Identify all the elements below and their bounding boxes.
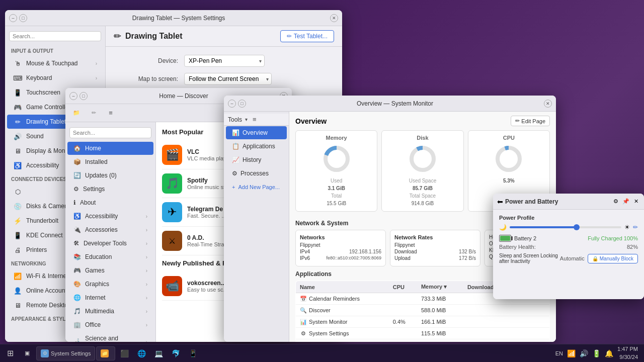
discover-nav-developer[interactable]: 🛠 Developer Tools ›: [67, 237, 153, 250]
discover-search-area: [65, 124, 155, 141]
power-pin-btn[interactable]: 📌: [622, 198, 630, 206]
discover-nav-accessibility[interactable]: ♿ Accessibility ›: [67, 210, 153, 223]
power-edit-icon[interactable]: ✏: [633, 224, 638, 231]
table-row[interactable]: 📱KDE Connect 36.1 MiB 68.0 B/s 68.0 B/s: [296, 339, 550, 342]
map-screen-select[interactable]: Follow the Current Screen: [184, 73, 272, 85]
settings-search-area: [5, 28, 105, 44]
education-icon: 📚: [73, 253, 81, 260]
toolbar-menu-btn[interactable]: ≡: [104, 107, 118, 119]
sysmon-maximize-btn[interactable]: □: [238, 100, 246, 108]
online-accounts-icon: 👤: [13, 286, 22, 295]
battery-label: Battery 2: [514, 235, 536, 241]
sidebar-item-mouse[interactable]: 🖱 Mouse & Touchpad ›: [7, 56, 103, 70]
table-row[interactable]: ⚙System Settings 115.5 MiB: [296, 328, 550, 339]
office-icon: 🏢: [73, 321, 81, 328]
battery-indicator[interactable]: 🔋: [592, 349, 601, 357]
volume-indicator[interactable]: 🔊: [580, 349, 588, 357]
sysmon-minimize-btn[interactable]: –: [228, 100, 236, 108]
sysmon-nav-processes[interactable]: ⚙ Processes: [226, 167, 287, 180]
discover-nav-about[interactable]: ℹ About: [67, 196, 153, 209]
settings-search-input[interactable]: [9, 31, 101, 41]
power-title: Power and Battery: [505, 198, 558, 205]
app-icon: 📅: [300, 295, 307, 302]
discover-nav-installed[interactable]: 📦 Installed: [67, 155, 153, 168]
taskbar-pager-btn[interactable]: ▣: [19, 346, 35, 360]
terminal-icon: ⬛: [120, 349, 129, 357]
taskbar-extra-btn[interactable]: 📱: [185, 346, 201, 360]
sysmon-close-btn[interactable]: ✕: [544, 100, 552, 108]
sidebar-item-keyboard[interactable]: ⌨ Keyboard ›: [7, 71, 103, 85]
network-rates-title: Network Rates: [394, 234, 476, 240]
discover-minimize-btn[interactable]: –: [69, 92, 77, 100]
arrow-icon-internet: ›: [146, 295, 147, 301]
taskbar-kickoff-btn[interactable]: ⊞: [2, 346, 18, 360]
sysmon-add-page-btn[interactable]: + Add New Page...: [226, 181, 287, 193]
discover-nav-office[interactable]: 🏢 Office ›: [67, 318, 153, 331]
system-settings-title: Drawing Tablet — System Settings: [27, 15, 330, 22]
discover-nav-science[interactable]: 🔬 Science and Engineering ›: [67, 332, 153, 342]
networks-card: Networks Flippynet IPv4 192.168.1.156 IP…: [295, 230, 386, 266]
svg-point-4: [498, 148, 520, 170]
discover-nav-internet[interactable]: 🌐 Internet ›: [67, 291, 153, 304]
notifications-indicator[interactable]: 🔔: [605, 349, 613, 357]
app-icon: 📱: [300, 341, 307, 342]
test-tablet-button[interactable]: ✏ Test Tablet...: [280, 30, 334, 42]
edit-page-button[interactable]: ✏ Edit Page: [511, 116, 550, 126]
taskbar-terminal2-btn[interactable]: 💻: [150, 346, 167, 360]
sysmon-nav-overview[interactable]: 📊 Overview: [226, 126, 287, 139]
window-controls-left: – □: [9, 14, 27, 22]
0ad-icon: ⚔: [162, 231, 182, 251]
discover-settings-icon: ⚙: [73, 186, 79, 193]
discover-win-controls-left: – □: [69, 92, 88, 100]
col-name: Name: [296, 281, 389, 293]
sysmon-nav-applications[interactable]: 📋 Applications: [226, 140, 287, 153]
table-row[interactable]: 🔍Discover 588.0 MiB: [296, 305, 550, 316]
discover-nav-graphics[interactable]: 🎨 Graphics ›: [67, 278, 153, 291]
power-profile-slider[interactable]: [510, 226, 621, 228]
battery-fill: [500, 236, 510, 241]
bluetooth-icon: ⬡: [13, 187, 22, 196]
device-select[interactable]: XP-Pen Pen: [184, 55, 265, 67]
sound-icon: 🔊: [13, 132, 22, 141]
toolbar-icon-btn-left: 📁: [69, 107, 84, 119]
arrow-icon: ›: [146, 214, 147, 219]
taskbar-app-settings[interactable]: ⚙ System Settings: [36, 346, 95, 360]
discover-nav-accessories[interactable]: 🔌 Accessories ›: [67, 223, 153, 236]
power-battery-panel: ⬅ Power and Battery ⚙ 📌 ✕ Power Profile …: [493, 194, 644, 299]
multimedia-icon: 🎵: [73, 308, 81, 315]
discover-nav-games[interactable]: 🎮 Games ›: [67, 264, 153, 277]
app-icon: 🔍: [300, 307, 307, 314]
taskbar-browser-btn[interactable]: 🌐: [133, 346, 149, 360]
drawing-tablet-icon: ✏: [13, 117, 22, 126]
maximize-button[interactable]: □: [19, 14, 27, 22]
taskbar-terminal-btn[interactable]: ⬛: [116, 346, 132, 360]
network-indicator[interactable]: 📶: [567, 349, 576, 357]
discover-maximize-btn[interactable]: □: [79, 92, 88, 100]
kickoff-icon: ⊞: [7, 348, 14, 358]
close-button[interactable]: ✕: [330, 14, 338, 22]
file-icon: 📁: [73, 110, 80, 116]
network-rates-name-row: Flippynet: [394, 242, 476, 248]
wifi-icon: 📶: [13, 272, 22, 281]
clock-date: 9/30/24: [617, 353, 638, 361]
taskbar-dolphin-btn[interactable]: 🐬: [168, 346, 184, 360]
game-controller-icon: 🎮: [13, 103, 22, 112]
disk-title: Disk: [386, 135, 459, 141]
manually-block-button[interactable]: 🔒 Manually Block: [588, 254, 638, 263]
discover-nav-multimedia[interactable]: 🎵 Multimedia ›: [67, 305, 153, 318]
discover-nav-updates[interactable]: 🔄 Updates (0): [67, 169, 153, 182]
power-settings-btn[interactable]: ⚙: [612, 198, 620, 206]
taskbar-clock[interactable]: 1:47 PM 9/30/24: [617, 345, 638, 361]
power-close-btn[interactable]: ✕: [632, 198, 640, 206]
table-row[interactable]: 📊System Monitor 0.4% 166.1 MiB: [296, 316, 550, 328]
sysmon-nav-history[interactable]: 📈 History: [226, 153, 287, 166]
discover-nav-home[interactable]: 🏠 Home: [67, 142, 153, 155]
taskbar-app-files[interactable]: 📁: [96, 346, 115, 360]
minimize-button[interactable]: –: [9, 14, 17, 22]
discover-nav-education[interactable]: 📚 Education ›: [67, 250, 153, 263]
discover-search-input[interactable]: [69, 127, 151, 138]
arrow-icon-multimedia: ›: [146, 309, 147, 314]
power-slider-fill: [510, 226, 577, 228]
extra-icon: 📱: [189, 349, 197, 357]
discover-nav-settings[interactable]: ⚙ Settings: [67, 183, 153, 196]
